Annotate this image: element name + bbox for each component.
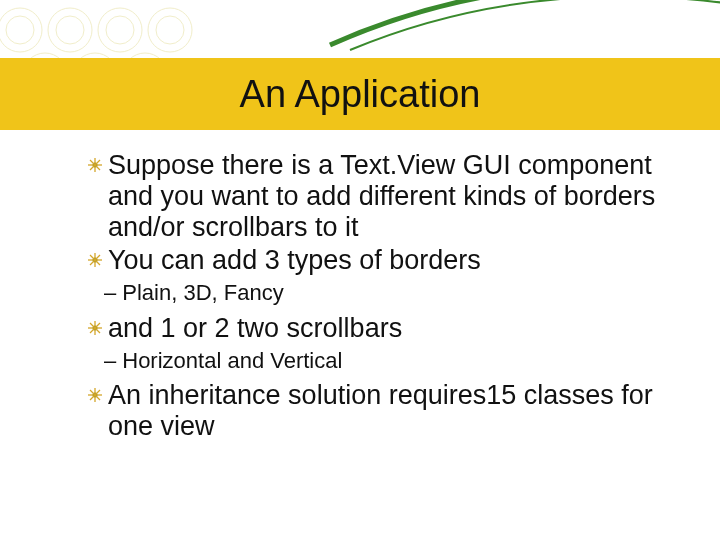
bullet-text: You can add 3 types of borders [108,245,481,276]
dash-bullet-icon: – [104,280,116,306]
sub-bullet-item: – Horizontal and Vertical [104,348,686,374]
slide-body: Suppose there is a Text.View GUI compone… [86,150,686,444]
bullet-text: Suppose there is a Text.View GUI compone… [108,150,686,243]
svg-point-4 [98,8,142,52]
sub-bullet-item: – Plain, 3D, Fancy [104,280,686,306]
bullet-text: and 1 or 2 two scrollbars [108,313,402,344]
star-bullet-icon [86,252,104,268]
svg-point-6 [148,8,192,52]
star-bullet-icon [86,157,104,173]
bullet-item: Suppose there is a Text.View GUI compone… [86,150,686,243]
sub-bullet-text: Horizontal and Vertical [122,348,342,374]
bullet-item: You can add 3 types of borders [86,245,686,276]
bullet-text: An inheritance solution requires15 class… [108,380,686,442]
sub-bullet-text: Plain, 3D, Fancy [122,280,283,306]
svg-point-0 [0,8,42,52]
svg-point-2 [48,8,92,52]
star-bullet-icon [86,387,104,403]
title-band: An Application [0,58,720,130]
bullet-item: and 1 or 2 two scrollbars [86,313,686,344]
svg-point-1 [6,16,34,44]
slide-title: An Application [240,73,481,116]
star-bullet-icon [86,320,104,336]
svg-point-3 [56,16,84,44]
svg-point-5 [106,16,134,44]
dash-bullet-icon: – [104,348,116,374]
svg-point-7 [156,16,184,44]
bullet-item: An inheritance solution requires15 class… [86,380,686,442]
